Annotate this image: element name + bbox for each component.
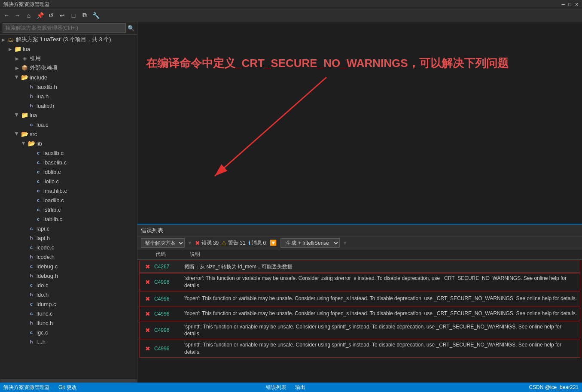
tree-item-solution[interactable]: ▶ 🗂 解决方案 'LuaTest' (3 个项目，共 3 个) (0, 35, 137, 44)
tree-item-lua-inner[interactable]: ▶ 📁 lua (0, 110, 137, 120)
tree-item-lstrlib-c[interactable]: ▶ c lstrlib.c (0, 205, 137, 214)
tree-item-ext[interactable]: ▶ 📦 外部依赖项 (0, 63, 137, 73)
tree-item-lib[interactable]: ▶ 📂 lib (0, 139, 137, 148)
window-button[interactable]: □ (69, 11, 78, 20)
tree-item-lcode-h[interactable]: ▶ h lcode.h (0, 252, 137, 261)
tree-item-ldebug-h[interactable]: ▶ h ldebug.h (0, 271, 137, 280)
lapi-c-label: lapi.c (37, 225, 49, 232)
tree-item-lbaselib-c[interactable]: ▶ c lbaselib.c (0, 158, 137, 167)
table-row-partial[interactable]: ✖ C4267 截断：从 size_t 转换为 id_mem，可能丢失数据 (139, 261, 580, 273)
table-row-3[interactable]: ✖ C4996 'sprintf': This function or vari… (139, 322, 580, 340)
tree-item-ldump-c[interactable]: ▶ c ldump.c (0, 299, 137, 309)
lauxlib-c-label: lauxlib.c (43, 150, 64, 156)
lua-label: lua (23, 46, 30, 52)
tree-item-lauxlib-c[interactable]: ▶ c lauxlib.c (0, 148, 137, 158)
error-icon-2: ✖ (141, 295, 154, 302)
restore-button[interactable]: □ (568, 2, 571, 7)
back-button[interactable]: ← (2, 11, 11, 20)
main-area: 🔍 ▶ 🗂 解决方案 'LuaTest' (3 个项目，共 3 个) ▶ 📁 l… (0, 21, 582, 383)
ldebug-c-label: ldebug.c (37, 263, 58, 270)
warning-icon: ⚠ (221, 240, 227, 246)
lx-h-label: l...h (37, 339, 46, 345)
code-area: 在编译命令中定义_CRT_SECURE_NO_WARNINGS，可以解决下列问题 (137, 21, 582, 224)
folder-lua-icon: 📁 (14, 45, 21, 53)
content-area: 在编译命令中定义_CRT_SECURE_NO_WARNINGS，可以解决下列问题… (137, 21, 582, 383)
tree-item-lapi-h[interactable]: ▶ h lapi.h (0, 233, 137, 243)
table-row-4[interactable]: ✖ C4996 'sprintf': This function or vari… (139, 340, 580, 358)
solution-explorer-tab[interactable]: 解决方案资源管理器 (3, 384, 50, 391)
file-c2-icon: c (34, 158, 42, 166)
info-count-badge: ℹ 消息 0 (248, 239, 266, 246)
tree-item-loadlib-c[interactable]: ▶ c loadlib.c (0, 195, 137, 205)
ref-icon: ◈ (21, 55, 28, 62)
error-list-tab[interactable]: 错误列表 (141, 227, 163, 234)
tree-item-lua-c[interactable]: ▶ c lua.c (0, 120, 137, 129)
tree-item-ldo-h[interactable]: ▶ h ldo.h (0, 290, 137, 299)
error-code-0: C4267 (154, 264, 184, 270)
filter-button[interactable]: 🔽 (268, 238, 278, 248)
tree-item-include[interactable]: ▶ 📂 include (0, 73, 137, 82)
close-button[interactable]: ✕ (575, 2, 579, 7)
pin-button[interactable]: 📌 (35, 11, 45, 20)
table-row-2[interactable]: ✖ C4996 'fopen': This function or variab… (139, 307, 580, 321)
tree-item-lua-h[interactable]: ▶ h lua.h (0, 91, 137, 101)
tree-item-lfunc-c[interactable]: ▶ c lfunc.c (0, 309, 137, 318)
table-row-1[interactable]: ✖ C4996 'fopen': This function or variab… (139, 292, 580, 306)
tree-item-lgc-c[interactable]: ▶ c lgc.c (0, 328, 137, 337)
status-bar: 解决方案资源管理器 Git 更改 错误列表 输出 CSDN @ice_bear2… (0, 383, 582, 392)
file-c10-icon: c (27, 243, 35, 251)
output-tab[interactable]: 输出 (295, 384, 305, 391)
error-icon-5: ✖ (141, 345, 154, 352)
home-button[interactable]: ⌂ (24, 11, 34, 20)
tree-item-lapi-c[interactable]: ▶ c lapi.c (0, 224, 137, 233)
file-c3-icon: c (34, 168, 42, 176)
tree-arrow-lua-inner: ▶ (14, 112, 21, 119)
error-panel-header: 错误列表 (137, 225, 582, 237)
info-icon: ℹ (248, 240, 250, 246)
tree-item-ref[interactable]: ▶ ◈ 引用 (0, 54, 137, 63)
scope-select[interactable]: 整个解决方案 (141, 238, 185, 248)
tree-item-lx-h[interactable]: ▶ h l...h (0, 337, 137, 346)
file-h-icon: h (27, 83, 35, 91)
tree-item-ldebug-c[interactable]: ▶ c ldebug.c (0, 261, 137, 271)
tree-item-ltablib-c[interactable]: ▶ c ltablib.c (0, 214, 137, 224)
folder-include-icon: 📂 (21, 73, 28, 81)
folder-src-icon: 📂 (21, 130, 28, 138)
tree-item-lua[interactable]: ▶ 📁 lua (0, 44, 137, 54)
refresh-button[interactable]: ↺ (46, 11, 56, 20)
tree-item-lualib-h[interactable]: ▶ h lualib.h (0, 101, 137, 110)
tree-item-lauxlib-h[interactable]: ▶ h lauxlib.h (0, 82, 137, 91)
lcode-h-label: lcode.h (37, 254, 55, 260)
tree-arrow-include: ▶ (14, 74, 21, 81)
search-bar: 🔍 (0, 21, 137, 35)
tree-item-ldblib-c[interactable]: ▶ c ldblib.c (0, 167, 137, 176)
forward-button[interactable]: → (13, 11, 22, 20)
tree-item-liolib-c[interactable]: ▶ c liolib.c (0, 176, 137, 186)
tree-item-lcode-c[interactable]: ▶ c lcode.c (0, 243, 137, 252)
build-select[interactable]: 生成 + IntelliSense (280, 238, 340, 248)
split-button[interactable]: ⧉ (80, 11, 89, 20)
warning-num: 31 (240, 240, 245, 246)
ltablib-c-label: ltablib.c (43, 216, 62, 222)
tree-item-src[interactable]: ▶ 📂 src (0, 129, 137, 139)
solution-label: 解决方案 'LuaTest' (3 个项目，共 3 个) (16, 36, 111, 43)
undo-button[interactable]: ↩ (58, 11, 67, 20)
tree-item-ldo-c[interactable]: ▶ c ldo.c (0, 280, 137, 290)
error-icon-4: ✖ (141, 327, 154, 334)
lstrlib-c-label: lstrlib.c (43, 207, 61, 213)
error-table-header: 代码 说明 (137, 249, 582, 260)
search-input[interactable] (3, 23, 126, 33)
tree-item-lfunc-h[interactable]: ▶ h lfunc.h (0, 318, 137, 328)
tree-item-lmathlib-c[interactable]: ▶ c lmathlib.c (0, 186, 137, 195)
error-list-bottom-tab[interactable]: 错误列表 (266, 384, 286, 391)
minimize-button[interactable]: ─ (562, 2, 565, 7)
error-count: 错误 (201, 239, 212, 246)
table-row-0[interactable]: ✖ C4996 'strerror': This function or var… (139, 273, 580, 291)
file-c1-icon: c (34, 149, 42, 157)
error-count-badge: ✖ 错误 39 (195, 239, 219, 246)
status-left: 解决方案资源管理器 Git 更改 错误列表 输出 (3, 384, 305, 391)
arrow-indicator (180, 73, 335, 193)
error-rows-wrapper: ✖ C4267 截断：从 size_t 转换为 id_mem，可能丢失数据 ✖ … (137, 260, 582, 359)
settings-button[interactable]: 🔧 (91, 11, 101, 20)
git-changes-tab[interactable]: Git 更改 (58, 384, 77, 391)
